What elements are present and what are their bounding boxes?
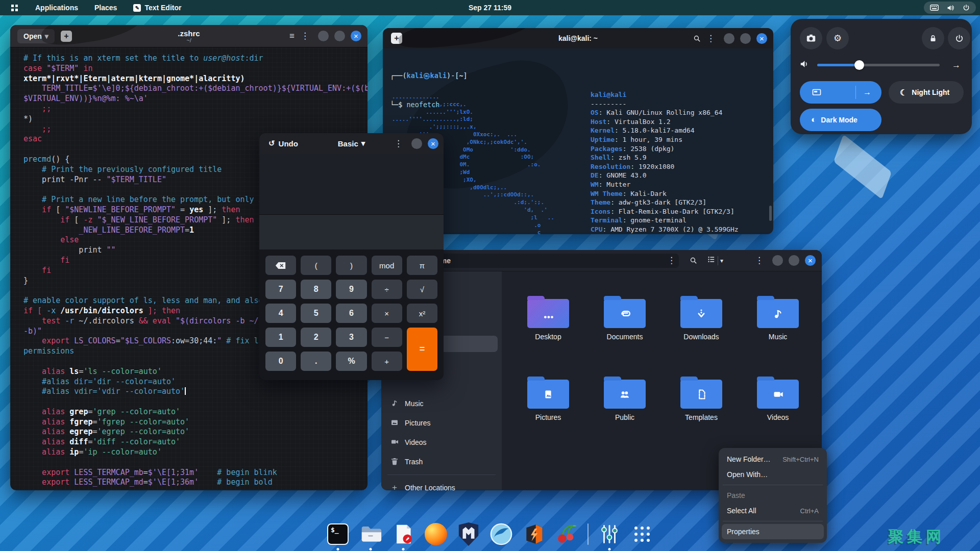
folder-documents[interactable]: Documents: [586, 294, 663, 374]
folder-label: Documents: [607, 333, 643, 341]
backspace-key[interactable]: [265, 256, 296, 275]
dock-item-tweaks[interactable]: [598, 522, 621, 546]
menu-applications[interactable]: Applications: [27, 0, 86, 15]
folder-videos[interactable]: Videos: [740, 374, 816, 455]
lock-button[interactable]: [922, 27, 944, 49]
dock-item-firefox[interactable]: [424, 522, 448, 546]
minimize-button[interactable]: [318, 31, 329, 41]
key-π[interactable]: π: [407, 256, 437, 275]
undo-button[interactable]: ↺ Undo: [265, 138, 301, 148]
kebab-menu-icon[interactable]: ⋮: [703, 32, 718, 45]
hamburger-menu-icon[interactable]: ≡: [286, 30, 298, 42]
open-button[interactable]: Open ▾: [17, 29, 55, 43]
kebab-menu-icon[interactable]: ⋮: [298, 30, 312, 42]
search-icon[interactable]: [691, 32, 703, 45]
files-header[interactable]: ⌂ Home ⋮ ▾ ⋮ ×: [381, 250, 822, 271]
key-6[interactable]: 6: [336, 304, 366, 323]
key-.[interactable]: .: [301, 352, 331, 371]
folder-templates[interactable]: Templates: [663, 374, 740, 455]
sidebar-item-music[interactable]: Music: [381, 394, 502, 413]
key-5[interactable]: 5: [301, 304, 331, 323]
settings-button[interactable]: ⚙: [826, 27, 849, 49]
sidebar-item-videos[interactable]: Videos: [381, 433, 502, 452]
dock-item-text-editor[interactable]: [391, 522, 415, 546]
key-√[interactable]: √: [407, 280, 437, 299]
screenshot-button[interactable]: [800, 27, 822, 49]
path-menu-icon[interactable]: ⋮: [664, 254, 679, 267]
screencast-toggle[interactable]: →: [800, 81, 881, 104]
dock-item-burpsuite[interactable]: [522, 522, 546, 546]
volume-slider-knob[interactable]: [854, 60, 864, 70]
minimize-button[interactable]: [411, 138, 422, 149]
close-button[interactable]: ×: [756, 33, 767, 44]
key-−[interactable]: −: [372, 328, 402, 347]
scrollbar-thumb[interactable]: [769, 206, 772, 221]
key-÷[interactable]: ÷: [372, 280, 402, 299]
maximize-button[interactable]: [789, 255, 799, 266]
calculator-entry-field[interactable]: [259, 215, 444, 249]
menu-places[interactable]: Places: [86, 0, 125, 15]
key-4[interactable]: 4: [265, 304, 296, 323]
key-1[interactable]: 1: [265, 328, 296, 347]
new-document-button[interactable]: +: [61, 31, 72, 42]
key-x²[interactable]: x²: [407, 304, 437, 323]
key-9[interactable]: 9: [336, 280, 366, 299]
dock-item-files[interactable]: [359, 522, 382, 546]
new-tab-button[interactable]: +: [391, 33, 402, 44]
minimize-button[interactable]: [724, 33, 734, 44]
close-button[interactable]: ×: [351, 31, 361, 41]
key-×[interactable]: ×: [372, 304, 402, 323]
search-icon[interactable]: [687, 254, 700, 267]
key-2[interactable]: 2: [301, 328, 331, 347]
key-3[interactable]: 3: [336, 328, 366, 347]
system-tray[interactable]: [924, 2, 976, 14]
dock-item-terminal[interactable]: $_: [326, 522, 350, 546]
folder-public[interactable]: Public: [586, 374, 663, 455]
menu-item-open-with[interactable]: Open With…: [722, 467, 824, 482]
close-button[interactable]: ×: [428, 138, 438, 149]
kebab-menu-icon[interactable]: ⋮: [391, 137, 406, 150]
dock-item-wireshark[interactable]: [489, 522, 513, 546]
sidebar-item-trash[interactable]: Trash: [381, 452, 502, 471]
menu-item-select-all[interactable]: Select AllCtrl+A: [722, 503, 824, 518]
mode-selector[interactable]: Basic ▾: [335, 138, 369, 148]
key-7[interactable]: 7: [265, 280, 296, 299]
folder-downloads[interactable]: Downloads: [663, 294, 740, 374]
text-editor-header[interactable]: Open ▾ + .zshrc ~/ ≡ ⋮ ×: [10, 25, 368, 47]
minimize-button[interactable]: [772, 255, 783, 266]
sidebar-item-other-locations[interactable]: +Other Locations: [381, 478, 502, 490]
dark-mode-toggle[interactable]: ◐ Dark Mode: [800, 109, 881, 131]
path-bar[interactable]: ⌂ Home ⋮: [417, 254, 679, 268]
volume-expand-arrow[interactable]: →: [949, 60, 964, 71]
maximize-button[interactable]: [334, 31, 345, 41]
kebab-menu-icon[interactable]: ⋮: [752, 254, 767, 267]
dock-item-metasploit[interactable]: [457, 522, 480, 546]
menu-active-app[interactable]: ✎ Text Editor: [125, 0, 189, 15]
power-button[interactable]: [948, 27, 970, 49]
key-)[interactable]: ): [336, 256, 366, 275]
menu-item-properties[interactable]: Properties: [722, 524, 824, 539]
dock-item-app-grid[interactable]: [630, 522, 654, 546]
menu-item-new-folder[interactable]: New Folder…Shift+Ctrl+N: [722, 452, 824, 467]
calculator-header[interactable]: ↺ Undo Basic ▾ ⋮ ×: [259, 133, 444, 154]
view-toggle[interactable]: ▾: [707, 255, 723, 266]
folder-music[interactable]: Music: [740, 294, 816, 374]
maximize-button[interactable]: [740, 33, 751, 44]
sidebar-item-pictures[interactable]: Pictures: [381, 413, 502, 433]
key-=[interactable]: =: [407, 328, 437, 371]
activities-grid-icon[interactable]: [11, 5, 18, 11]
key-0[interactable]: 0: [265, 352, 296, 371]
close-button[interactable]: ×: [805, 255, 816, 266]
night-light-toggle[interactable]: ☾ Night Light: [889, 81, 964, 104]
key-%[interactable]: %: [336, 352, 366, 371]
key-([interactable]: (: [301, 256, 331, 275]
key-8[interactable]: 8: [301, 280, 331, 299]
terminal-header[interactable]: + kali@kali: ~ ⋮ ×: [383, 28, 773, 48]
dock-item-cherrytree[interactable]: [555, 522, 578, 546]
clock[interactable]: Sep 27 11:59: [469, 4, 511, 12]
key-mod[interactable]: mod: [372, 256, 402, 275]
key-+[interactable]: +: [372, 352, 402, 371]
volume-slider[interactable]: [817, 64, 940, 66]
folder-pictures[interactable]: Pictures: [510, 374, 586, 455]
folder-desktop[interactable]: Desktop: [510, 294, 586, 374]
